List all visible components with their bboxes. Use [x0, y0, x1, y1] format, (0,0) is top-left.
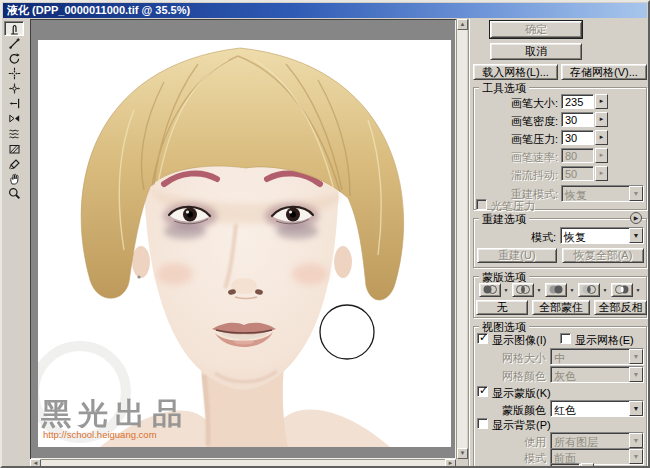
show-mesh-checkbox[interactable]: [560, 333, 571, 344]
brush-pressure-spinner[interactable]: [595, 130, 608, 145]
brush-rate-spinner: [595, 148, 608, 163]
preview-canvas[interactable]: 黑光出品 http://school.heiguang.com: [30, 19, 456, 459]
chevron-down-icon: [629, 228, 643, 243]
scroll-down-button[interactable]: [457, 448, 468, 459]
mask-replace-dropdown[interactable]: [502, 283, 510, 297]
hand-tool[interactable]: [4, 171, 24, 186]
mirror-tool[interactable]: [4, 111, 24, 126]
scroll-up-button[interactable]: [457, 19, 468, 30]
scroll-right-button[interactable]: [445, 459, 456, 468]
turbulence-jitter-spinner: [595, 166, 608, 181]
mesh-color-dropdown: 灰色: [550, 366, 644, 383]
turbulence-jitter-field: 50: [561, 166, 594, 181]
liquify-dialog: 液化 (DPP_0000011000.tif @ 35.5%): [0, 0, 650, 468]
push-left-icon: [8, 97, 21, 110]
freeze-mask-icon: [8, 142, 21, 155]
reconstruct-mode-dropdown: 恢复: [561, 185, 644, 202]
portrait-illustration: 黑光出品 http://school.heiguang.com: [38, 40, 451, 447]
mask-invert-button[interactable]: [611, 283, 633, 297]
freeze-mask-tool[interactable]: [4, 141, 24, 156]
liquify-toolbar: [4, 21, 26, 201]
thaw-mask-tool[interactable]: [4, 156, 24, 171]
mesh-size-dropdown: 中: [550, 348, 644, 365]
mask-subtract-dropdown[interactable]: [568, 283, 576, 297]
use-label: 使用: [482, 435, 546, 450]
show-backdrop-checkbox[interactable]: [477, 418, 488, 429]
brush-pressure-label: 画笔压力:: [482, 132, 558, 147]
push-left-tool[interactable]: [4, 96, 24, 111]
mask-add-button[interactable]: [512, 283, 534, 297]
mode-dropdown[interactable]: 恢复: [560, 227, 644, 244]
titlebar[interactable]: 液化 (DPP_0000011000.tif @ 35.5%): [3, 3, 647, 18]
mask-intersect-icon: [581, 284, 597, 297]
mask-all-button[interactable]: 全部蒙住: [532, 300, 590, 315]
chevron-down-icon: [629, 401, 643, 416]
chevron-down-icon: [629, 186, 643, 201]
mesh-color-value: 灰色: [554, 370, 576, 382]
brush-size-label: 画笔大小:: [482, 96, 558, 111]
mask-color-dropdown[interactable]: 红色: [550, 400, 644, 417]
zoom-tool[interactable]: [4, 186, 24, 201]
brush-size-field[interactable]: 235: [561, 94, 594, 109]
mask-invert-dropdown[interactable]: [634, 283, 642, 297]
brush-density-spinner[interactable]: [595, 112, 608, 127]
brush-size-spinner[interactable]: [595, 94, 608, 109]
bloat-tool[interactable]: [4, 81, 24, 96]
scroll-left-button[interactable]: [30, 459, 41, 468]
pucker-icon: [8, 67, 21, 80]
panel-divider: [468, 19, 470, 466]
portrait-photo[interactable]: 黑光出品 http://school.heiguang.com: [38, 40, 451, 447]
load-mesh-button[interactable]: 载入网格(L)...: [473, 64, 558, 80]
opacity-field: 50: [550, 463, 580, 468]
mask-subtract-icon: [548, 284, 564, 297]
mask-add-dropdown[interactable]: [535, 283, 543, 297]
mirror-icon: [8, 112, 21, 125]
turbulence-tool[interactable]: [4, 126, 24, 141]
mask-subtract-button[interactable]: [545, 283, 567, 297]
mask-intersect-dropdown[interactable]: [601, 283, 609, 297]
mesh-size-label: 网格大小: [482, 351, 546, 366]
mode-value: 恢复: [564, 231, 586, 243]
turbulence-icon: [8, 127, 21, 140]
brush-density-label: 画笔密度:: [482, 114, 558, 129]
show-image-checkbox[interactable]: [477, 333, 488, 344]
mask-color-label: 蒙版颜色: [482, 403, 546, 418]
show-mask-label: 显示蒙版(K): [492, 386, 551, 401]
hand-icon: [8, 172, 21, 185]
show-mesh-label: 显示网格(E): [575, 333, 634, 348]
save-mesh-button[interactable]: 存储网格(V)...: [561, 64, 647, 80]
mask-add-icon: [515, 284, 531, 297]
use-dropdown: 所有图层: [550, 432, 644, 449]
chevron-down-icon: [629, 433, 643, 448]
window-title: 液化 (DPP_0000011000.tif @ 35.5%): [7, 4, 190, 16]
turbulence-jitter-label: 湍流抖动:: [482, 168, 558, 183]
mask-invert-all-button[interactable]: 全部反相: [594, 300, 647, 315]
ok-button[interactable]: 确定: [490, 21, 582, 38]
brush-density-field[interactable]: 30: [561, 112, 594, 127]
mask-intersect-button[interactable]: [578, 283, 600, 297]
reconstruct-options-title: 重建选项: [479, 212, 529, 227]
mask-replace-button[interactable]: [479, 283, 501, 297]
reconstruct-flyout-button[interactable]: [630, 212, 642, 224]
brush-pressure-field[interactable]: 30: [561, 130, 594, 145]
mesh-size-value: 中: [554, 352, 565, 364]
mask-none-button[interactable]: 无: [476, 300, 528, 315]
pucker-tool[interactable]: [4, 66, 24, 81]
mesh-color-label: 网格颜色: [482, 369, 546, 384]
reconstruct-mode-value: 恢复: [565, 189, 587, 201]
horizontal-scrollbar[interactable]: [30, 459, 456, 468]
show-mask-checkbox[interactable]: [477, 386, 488, 397]
twirl-clockwise-tool[interactable]: [4, 51, 24, 66]
restore-all-button: 恢复全部(A): [562, 248, 644, 263]
mask-invert-icon: [614, 284, 630, 297]
watermark-url: http://school.heiguang.com: [43, 429, 157, 440]
vertical-scrollbar[interactable]: [456, 19, 467, 459]
cancel-button[interactable]: 取消: [490, 43, 582, 60]
tool-options-title: 工具选项: [479, 81, 529, 96]
thaw-mask-icon: [8, 157, 21, 170]
use-value: 所有图层: [554, 436, 598, 448]
backdrop-mode-label: 模式: [482, 451, 546, 466]
chevron-down-icon: [629, 349, 643, 364]
reconstruct-tool[interactable]: [4, 36, 24, 51]
forward-warp-tool[interactable]: [4, 21, 24, 36]
